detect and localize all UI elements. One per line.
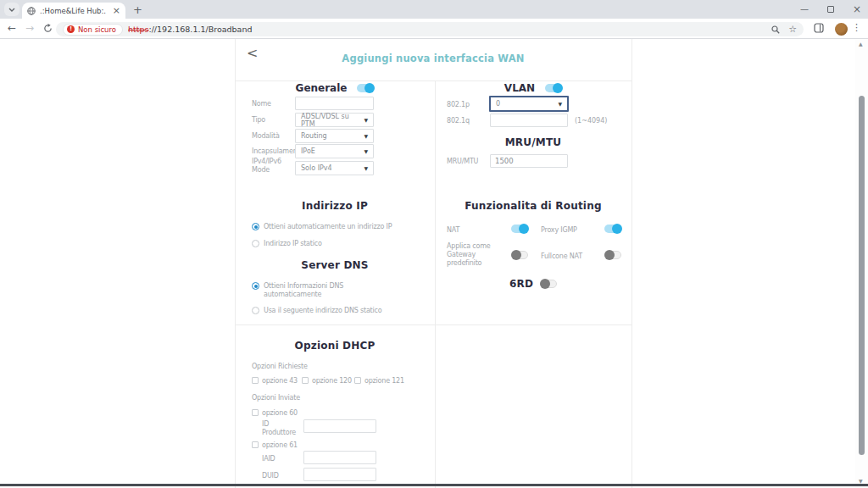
scroll-up-icon[interactable]: ▲ [859,41,863,47]
proxy-igmp-toggle[interactable] [604,225,621,233]
address-bar[interactable]: ! Non sicuro https://192.168.1.1/Broadba… [56,22,804,36]
sixrd-label: 6RD [509,278,533,290]
security-label: Non sicuro [78,25,116,34]
ipv4ipv6-mode-label: IPv4/IPv6 Mode [252,158,291,175]
duid-label: DUID [262,472,279,480]
url-scheme: https [128,25,148,34]
router-config-page: < Aggiungi nuova interfaccia WAN General… [0,39,868,488]
opzione120-checkbox[interactable] [302,377,309,384]
security-chip[interactable]: ! Non sicuro [63,24,123,36]
ip-auto-radio[interactable] [252,223,259,230]
reload-icon[interactable] [43,24,53,33]
opzioni-richieste-label: Opzioni Richieste [252,363,308,371]
scroll-down-icon[interactable]: ▼ [859,478,863,484]
maximize-button[interactable] [827,6,834,13]
ipv4ipv6-mode-value: Solo IPv4 [301,164,332,172]
generale-toggle[interactable] [357,84,374,92]
dropdown-caret-icon: ▼ [364,148,368,154]
nome-label: Nome [252,100,271,108]
dns-static-label: Usa il seguente indirizzo DNS statico [264,307,381,315]
tab-title: .:Home&Life Hub:. [40,7,108,15]
ip-auto-label: Ottieni automaticamente un indirizzo IP [264,223,392,231]
default-gateway-toggle[interactable] [511,251,528,259]
section-generale-header: Generale [235,82,435,94]
section-vlan-header: VLAN [435,82,632,94]
nome-input[interactable] [295,97,374,110]
globe-favicon-icon [27,7,36,15]
browser-toolbar: ← → ! Non sicuro https://192.168.1.1/Bro… [0,19,868,39]
back-nav-icon[interactable]: ← [8,22,16,34]
not-secure-warning-icon: ! [67,25,75,33]
opzione60-label: opzione 60 [262,409,298,418]
dropdown-caret-icon: ▼ [558,101,562,107]
incapsulamento-value: IPoE [301,147,315,155]
address-bar-actions: ☆ [771,24,797,35]
opzioni-inviate-label: Opzioni Inviate [252,394,300,402]
browser-menu-icon[interactable]: ⋮ [852,22,861,33]
mru-mtu-input[interactable] [490,154,568,168]
close-window-button[interactable]: × [853,4,861,14]
8021p-select[interactable]: 0 ▼ [489,96,569,112]
tab-strip: .:Home&Life Hub:. × + — × [0,0,868,19]
opzione121-label: opzione 121 [364,377,404,385]
dns-auto-label: Ottieni Informazioni DNS automaticamente [264,282,359,299]
incapsulamento-select[interactable]: IPoE ▼ [295,144,374,158]
mru-mtu-label: MRU/MTU [447,158,478,166]
modalita-select[interactable]: Routing ▼ [295,129,374,143]
tab-search-chevron-icon[interactable] [4,3,19,16]
indirizzo-ip-title: Indirizzo IP [235,200,435,212]
dns-auto-radio[interactable] [252,282,259,290]
bookmark-star-icon[interactable]: ☆ [788,24,797,35]
8021q-hint: (1~4094) [575,117,607,125]
iaid-label: IAID [262,455,275,463]
8021p-value: 0 [496,100,500,108]
scrollbar-thumb[interactable] [859,96,865,455]
minimize-button[interactable]: — [800,5,809,14]
duid-input[interactable] [303,468,376,481]
window-bottom-edge [0,484,868,486]
opzione43-checkbox[interactable] [252,377,259,384]
iaid-input[interactable] [303,451,376,464]
nat-toggle[interactable] [511,225,528,233]
profile-avatar[interactable] [835,23,848,36]
ipv4ipv6-mode-select[interactable]: Solo IPv4 ▼ [295,161,374,175]
title-divider [235,80,632,81]
8021p-label: 802.1p [447,101,470,109]
browser-window: .:Home&Life Hub:. × + — × ← → ! Non sicu… [0,0,868,488]
tab-close-icon[interactable]: × [113,6,120,15]
mru-mtu-title: MRU/MTU [435,136,632,148]
new-tab-button[interactable]: + [131,3,145,17]
section-divider [235,324,632,325]
sixrd-toggle[interactable] [540,280,557,288]
ip-static-radio[interactable] [252,240,259,247]
page-scrollbar[interactable]: ▲ ▼ [855,39,868,488]
opzione43-label: opzione 43 [262,377,298,385]
browser-tab[interactable]: .:Home&Life Hub:. × [22,3,125,19]
vlan-title: VLAN [504,82,535,94]
dns-static-radio[interactable] [252,307,259,314]
dropdown-caret-icon: ▼ [364,165,368,171]
8021q-label: 802.1q [447,117,470,125]
page-title: Aggiungi nuova interfaccia WAN [235,53,632,64]
tipo-select[interactable]: ADSL/VDSL su PTM ▼ [295,113,374,127]
proxy-igmp-label: Proxy IGMP [541,226,577,235]
ip-static-label: Indirizzo IP statico [264,240,322,248]
dropdown-caret-icon: ▼ [364,133,368,139]
8021q-input[interactable] [490,114,568,127]
vlan-toggle[interactable] [545,84,562,92]
modalita-label: Modalità [252,132,280,141]
extensions-icon[interactable] [814,23,824,33]
opzione61-label: opzione 61 [262,441,298,450]
opzione120-label: opzione 120 [312,377,352,385]
opzione60-checkbox[interactable] [252,409,259,416]
forward-nav-icon[interactable]: → [25,22,34,34]
vendor-id-input[interactable] [303,419,376,433]
opzione121-checkbox[interactable] [354,377,361,384]
opzione61-checkbox[interactable] [252,441,259,448]
url-rest: ://192.168.1.1/Broadband [148,25,252,34]
vendor-id-label: ID Produttore [262,420,299,437]
modalita-value: Routing [301,132,327,140]
zoom-icon[interactable] [771,25,780,34]
opzioni-dhcp-title: Opzioni DHCP [235,340,435,352]
fullcone-nat-toggle[interactable] [604,251,621,259]
